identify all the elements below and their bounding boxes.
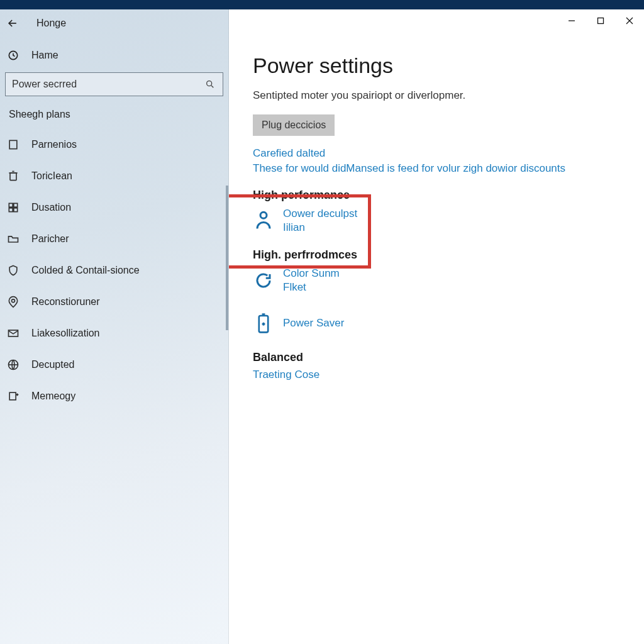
- sidebar-section-label: Sheegh plans: [0, 108, 228, 129]
- plan-title: High performance: [253, 189, 620, 202]
- info-link-2[interactable]: These for would didMansed is feed for vo…: [253, 162, 620, 175]
- refresh-icon: [253, 268, 274, 293]
- search-container: [5, 72, 223, 96]
- sidebar-item-label: Memeogy: [31, 391, 75, 402]
- plan-link[interactable]: Traeting Cose: [253, 368, 620, 382]
- minimize-button[interactable]: [557, 9, 586, 32]
- back-button[interactable]: [5, 16, 20, 31]
- document-icon: [6, 138, 20, 152]
- home-icon: [6, 48, 20, 62]
- main-content: Power settings Sentipted moter you spair…: [229, 9, 644, 644]
- sidebar-item-label: ToricIean: [31, 170, 72, 182]
- maximize-button[interactable]: [586, 9, 615, 32]
- search-input[interactable]: [6, 79, 197, 90]
- sidebar-home[interactable]: Hame: [0, 35, 228, 72]
- info-link-1[interactable]: Carefied dalted: [253, 147, 620, 160]
- search-icon: [197, 79, 223, 89]
- plan-balanced[interactable]: Balanced Traeting Cose: [253, 351, 620, 382]
- sidebar-item-label: Liakesollization: [31, 328, 100, 339]
- sidebar-item-decupted[interactable]: Decupted: [0, 349, 228, 380]
- sidebar-nav: Parnenios ToricIean Dusation Paricher: [0, 129, 228, 412]
- plan-link[interactable]: Oower deculpst Iilian: [283, 207, 357, 235]
- window-controls: [557, 9, 644, 32]
- sidebar-item-label: Paricher: [31, 233, 69, 245]
- sidebar-item-reconstioruner[interactable]: Reconstioruner: [0, 286, 228, 318]
- titlebar-stripe: [0, 0, 644, 9]
- plan-line1: Oower deculpst: [283, 207, 357, 221]
- svg-rect-12: [598, 18, 604, 24]
- grid-icon: [6, 201, 20, 214]
- sidebar-scrollbar[interactable]: [226, 186, 228, 330]
- sidebar-header: Honge: [0, 9, 228, 35]
- page-title: Power settings: [253, 53, 620, 78]
- sidebar-home-label: Hame: [31, 50, 58, 61]
- sidebar-item-dusation[interactable]: Dusation: [0, 192, 228, 223]
- plan-line1: Power Saver: [283, 316, 344, 330]
- location-icon: [6, 295, 20, 309]
- sidebar-item-paricher[interactable]: Paricher: [0, 223, 228, 255]
- trash-icon: [6, 169, 20, 183]
- svg-rect-6: [9, 208, 13, 212]
- svg-rect-5: [14, 203, 18, 207]
- close-button[interactable]: [615, 9, 644, 32]
- plan-line2: Flket: [283, 280, 340, 294]
- sidebar-item-label: Parnenios: [31, 139, 77, 150]
- plan-link[interactable]: Power Saver: [283, 316, 344, 330]
- plan-line1: Color Sunm: [283, 267, 340, 280]
- svg-rect-2: [9, 140, 17, 148]
- person-icon: [253, 208, 274, 233]
- sidebar-item-toriclean[interactable]: ToricIean: [0, 160, 228, 192]
- plan-high-performance[interactable]: High performance Oower deculpst Iilian: [253, 189, 620, 236]
- app-window: Honge Hame Sheegh plans Parnenios: [0, 9, 644, 644]
- maximize-icon: [597, 17, 604, 25]
- sidebar-item-label: Reconstioruner: [31, 296, 100, 308]
- sidebar-item-memeogy[interactable]: Memeogy: [0, 380, 228, 412]
- globe-icon: [6, 358, 20, 372]
- search-box[interactable]: [5, 72, 223, 96]
- plan-line2: Iilian: [283, 221, 357, 235]
- plan-title: High. perfrrodmces: [253, 248, 620, 262]
- plan-link[interactable]: Color Sunm Flket: [283, 267, 340, 294]
- mail-icon: [6, 326, 20, 340]
- svg-point-8: [12, 299, 15, 303]
- svg-point-1: [207, 81, 212, 86]
- plan-high-perfrrodmces[interactable]: High. perfrrodmces Color Sunm Flket: [253, 248, 620, 296]
- svg-rect-11: [9, 392, 16, 400]
- sidebar-item-label: Decupted: [31, 359, 75, 370]
- svg-point-13: [260, 212, 267, 218]
- svg-rect-7: [14, 208, 18, 212]
- export-icon: [6, 389, 20, 403]
- sidebar-item-parnenios[interactable]: Parnenios: [0, 129, 228, 160]
- page-subtitle: Sentipted moter you spairiopt or diverlo…: [253, 89, 620, 102]
- sidebar-item-label: Dusation: [31, 202, 71, 213]
- shield-icon: [6, 264, 20, 277]
- folder-icon: [6, 232, 20, 246]
- arrow-left-icon: [6, 17, 19, 30]
- breadcrumb: Honge: [36, 18, 66, 29]
- minimize-icon: [568, 17, 575, 25]
- plug-devices-button[interactable]: Plug deccicios: [253, 114, 335, 136]
- sidebar-item-liakesollization[interactable]: Liakesollization: [0, 318, 228, 349]
- svg-rect-3: [10, 173, 16, 180]
- plan-power-saver[interactable]: Power Saver: [253, 308, 620, 338]
- plan-title: Balanced: [253, 351, 620, 364]
- sidebar-item-colded[interactable]: Colded & Contail-sionce: [0, 255, 228, 286]
- close-icon: [626, 17, 633, 25]
- sidebar: Honge Hame Sheegh plans Parnenios: [0, 9, 229, 644]
- battery-icon: [253, 311, 274, 336]
- sidebar-item-label: Colded & Contail-sionce: [31, 265, 140, 276]
- svg-rect-4: [9, 203, 13, 207]
- plan-line1: Traeting Cose: [253, 368, 620, 382]
